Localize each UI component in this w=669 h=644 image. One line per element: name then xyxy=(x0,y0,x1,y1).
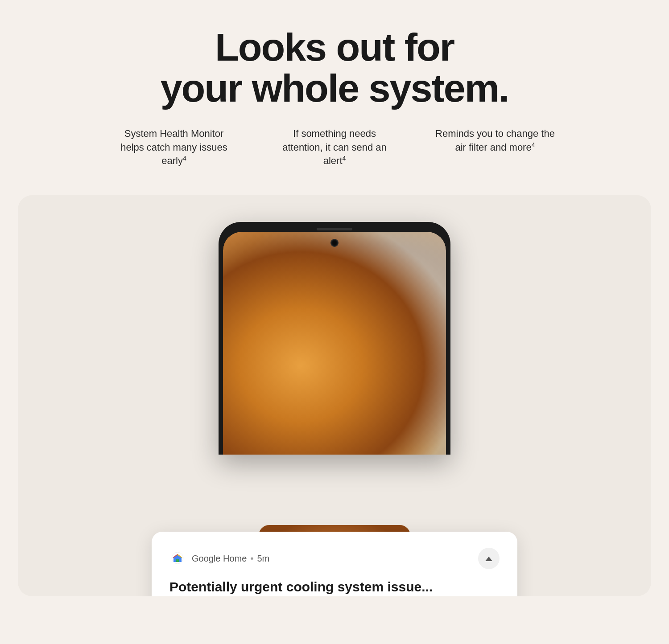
app-name: Google Home xyxy=(192,554,247,564)
phone-frame xyxy=(219,222,450,455)
notification-header: Google Home • 5m xyxy=(169,548,500,569)
feature-1-text: System Health Monitor helps catch many i… xyxy=(112,127,236,168)
google-home-icon xyxy=(169,550,186,566)
phone-container xyxy=(210,222,459,455)
phone-pill xyxy=(317,228,352,230)
svg-rect-1 xyxy=(176,559,179,562)
page-wrapper: Looks out for your whole system. System … xyxy=(0,0,669,644)
feature-item-3: Reminds you to change the air filter and… xyxy=(433,127,558,168)
hero-title: Looks out for your whole system. xyxy=(161,27,509,109)
app-time: 5m xyxy=(257,554,269,564)
hero-title-line2: your whole system. xyxy=(161,66,509,110)
hero-title-line1: Looks out for xyxy=(215,25,454,69)
app-dot: • xyxy=(250,554,253,564)
hero-title-section: Looks out for your whole system. xyxy=(161,27,509,109)
phone-card-section: Google Home • 5m Potentially urgent cool… xyxy=(18,195,651,596)
camera-hole xyxy=(331,240,338,246)
notification-title: Potentially urgent cooling system issue.… xyxy=(169,578,500,595)
notification-app-info: Google Home • 5m xyxy=(192,554,478,564)
feature-3-text: Reminds you to change the air filter and… xyxy=(433,127,558,155)
feature-item-1: System Health Monitor helps catch many i… xyxy=(112,127,236,168)
chevron-up-icon xyxy=(485,557,492,561)
notification-chevron-button[interactable] xyxy=(478,548,500,569)
feature-2-text: If something needs attention, it can sen… xyxy=(272,127,397,168)
feature-item-2: If something needs attention, it can sen… xyxy=(272,127,397,168)
notification-card: Google Home • 5m Potentially urgent cool… xyxy=(152,532,517,596)
features-row: System Health Monitor helps catch many i… xyxy=(67,127,602,168)
phone-screen xyxy=(223,232,446,455)
phone-wallpaper xyxy=(223,232,446,455)
phone-top-bar xyxy=(223,226,446,232)
